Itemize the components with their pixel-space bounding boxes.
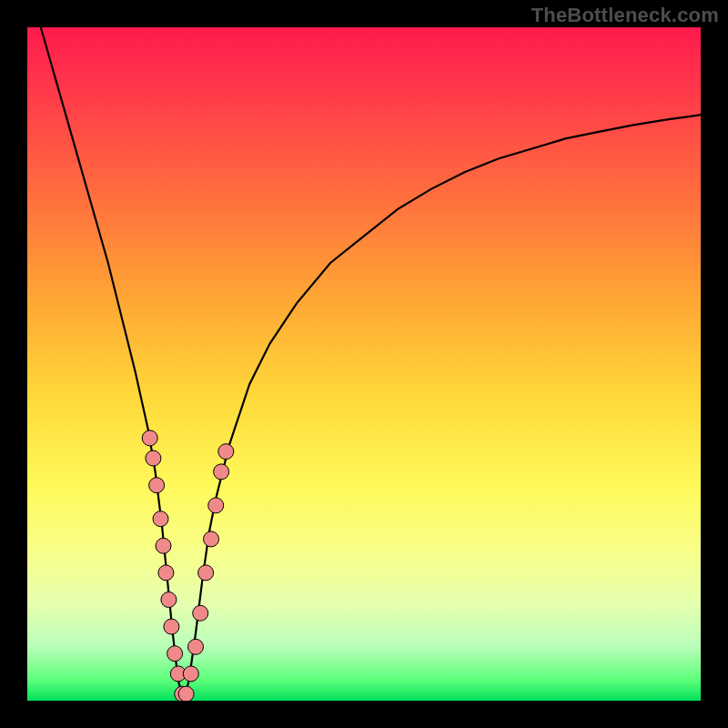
data-point [158, 565, 174, 581]
bottleneck-curve [41, 27, 701, 701]
data-point [198, 565, 214, 581]
data-point [214, 464, 229, 480]
data-point [193, 605, 208, 621]
plot-area [27, 27, 701, 701]
data-point [142, 430, 157, 446]
data-point [218, 444, 234, 460]
data-point [164, 619, 179, 634]
data-point [153, 511, 168, 527]
chart-frame: TheBottleneck.com [0, 0, 728, 728]
data-point [146, 450, 161, 466]
data-point [188, 639, 204, 654]
data-point [156, 538, 171, 553]
data-point [167, 646, 183, 662]
data-point [149, 478, 165, 493]
chart-svg [27, 27, 701, 701]
data-point [178, 686, 194, 701]
watermark-text: TheBottleneck.com [531, 4, 719, 27]
data-point [208, 498, 224, 513]
data-point [183, 666, 198, 682]
data-point [204, 531, 219, 547]
data-point [161, 592, 177, 608]
